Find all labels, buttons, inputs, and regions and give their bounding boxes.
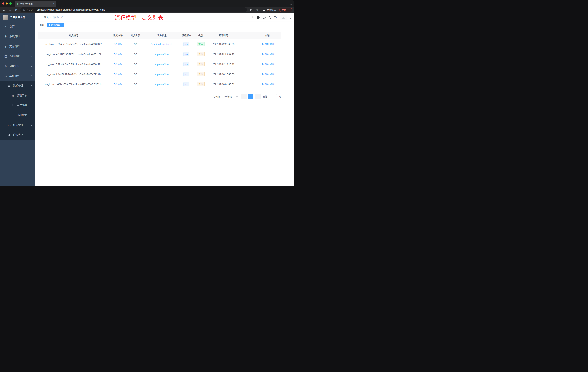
assign-rule-link[interactable]: 分配规则 [262,73,274,76]
sidebar-item-devtools[interactable]: ✎ 研发工具 [0,61,35,71]
definition-name-link[interactable]: OA 请假 [114,53,122,55]
send-icon: ✈ [11,114,15,117]
deploy-time: 2022-01-22 20:34:10 [208,49,239,59]
spacer-cell [239,59,255,69]
url-text[interactable]: dashboard.yudao.iocoder.cn/bpm/manager/d… [37,9,105,11]
page-size-select[interactable]: 10条/页 [222,94,239,99]
next-page-button[interactable]: › [255,94,261,99]
goto-page-input[interactable] [269,94,277,99]
tag-process-definition[interactable]: 流程定义 × [47,22,64,27]
hamburger-icon[interactable]: ☰ [38,15,41,19]
avatar-caret-icon[interactable] [290,18,292,19]
sidebar-item-payment[interactable]: ¥ 支付管理 [0,42,35,51]
person-icon [262,73,264,75]
forward-icon[interactable]: → [8,8,12,11]
col-deploy-time: 部署时间 [208,32,239,39]
zoom-window-button[interactable] [10,2,12,5]
app: 芋道管理系统 ◔ 首页 ⚙ 系统管理 ¥ 支付管理 ▤ 基础设施 [0,13,294,186]
version-tag: v5 [183,42,189,46]
definition-id: oa_leave:4:991f2193-7b7f-11ec-a3c8-acde4… [38,49,109,59]
brand: 芋道管理系统 [0,13,35,22]
breadcrumb-current: 流程定义 [53,16,63,19]
col-spacer [239,32,255,39]
tags-view: 首页 流程定义 × [35,22,294,28]
deploy-time: 2022-01-16 17:46:53 [208,69,239,79]
definition-name-link[interactable]: OA 请假 [114,73,122,76]
password-key-icon[interactable] [249,9,254,11]
tab-close-icon[interactable]: × [53,2,54,5]
assign-rule-link[interactable]: 分配规则 [262,43,274,46]
close-window-button[interactable] [2,2,4,5]
incognito-badge: 无痕模式 [261,8,278,11]
sidebar-item-task-management[interactable]: ▭ 任务管理 [0,120,35,130]
sidebar-item-leave-query[interactable]: 请假查询 [0,130,35,140]
sidebar-item-workflow[interactable]: ☷ 工作流程 [0,71,35,81]
help-icon[interactable]: ? [263,16,266,19]
chevron-down-icon [31,45,32,47]
chevron-down-icon [31,35,32,37]
spacer-cell [239,39,255,49]
sidebar-item-process-form[interactable]: ▦ 流程表单 [0,91,35,100]
tab-strip: 芋道管理系统 × + [0,0,294,7]
tag-home[interactable]: 首页 [38,22,46,27]
address-bar[interactable]: ⚠ 不安全 dashboard.yudao.iocoder.cn/bpm/man… [20,8,247,12]
definition-category: OA [127,39,144,49]
col-action: 操作 [255,32,281,39]
back-icon[interactable]: ← [2,8,7,11]
refresh-icon[interactable]: ↻ [13,8,18,11]
browser-menu-icon[interactable]: ⋮ [288,9,290,11]
form-link[interactable]: /bpm/oa/flow [155,63,169,66]
sidebar-item-user-group[interactable]: 用户分组 [0,100,35,110]
breadcrumb-home[interactable]: 首页 [44,16,49,19]
version-tag: v3 [183,62,189,66]
form-link[interactable]: /bpm/oa/flow [155,53,169,55]
browser-window: 芋道管理系统 × + ← → ↻ ⚠ 不安全 dashboard.yudao.i… [0,0,294,186]
assign-rule-link[interactable]: 分配规则 [262,53,274,56]
definition-category: OA [127,69,144,79]
minimize-window-button[interactable] [6,2,8,5]
table-row: oa_leave:1:482ec033-762a-11ec-8477-a2380… [38,79,281,89]
form-link[interactable]: /bpm/oa/leave/create [151,43,173,45]
definition-id: oa_leave:5:004b710b-7b8a-11ec-8ef0-acde4… [38,39,109,49]
definition-id: oa_leave:3:1fad3d93-7b75-11ec-a3c8-acde4… [38,59,109,69]
goto-unit: 页 [279,95,281,98]
search-icon[interactable] [251,16,253,19]
status-badge: 挂起 [197,82,205,87]
incognito-spy-icon [262,9,265,11]
person-icon [8,133,11,136]
col-form-info: 表单信息 [144,32,179,39]
fullscreen-icon[interactable] [269,16,271,19]
page-number-button[interactable]: 1 [248,94,253,99]
update-chrome-button[interactable]: 更新 ⋮ [279,8,292,12]
bookmark-star-icon[interactable]: ☆ [255,8,260,11]
version-tag: v4 [183,52,189,56]
github-icon[interactable] [257,16,260,19]
assign-rule-link[interactable]: 分配规则 [262,83,274,86]
sidebar-item-infrastructure[interactable]: ▤ 基础设施 [0,51,35,61]
browser-tab[interactable]: 芋道管理系统 × [15,1,56,7]
sidebar-item-system[interactable]: ⚙ 系统管理 [0,32,35,42]
security-warning-icon[interactable]: ⚠ [23,9,25,11]
pagination: 共 5 条 10条/页 ‹ 1 › 前往 页 [38,94,281,99]
sidebar-item-process-model[interactable]: ✈ 流程模型 [0,110,35,120]
font-size-icon[interactable] [274,16,277,19]
definition-name-link[interactable]: OA 请假 [114,83,122,86]
chevron-up-icon [31,85,32,87]
form-link[interactable]: /bpm/oa/flow [155,83,169,86]
assign-rule-link[interactable]: 分配规则 [262,63,274,66]
tab-search-icon[interactable] [290,2,292,6]
sidebar-item-process-management[interactable]: ☰ 流程管理 [0,81,35,91]
definition-table: 定义编号 定义名称 定义分类 表单信息 流程版本 状态 部署时间 操作 [38,32,281,89]
tag-close-icon[interactable]: × [61,24,62,26]
sidebar-item-home[interactable]: ◔ 首页 [0,22,35,32]
tools-icon: ✎ [4,65,7,68]
definition-name-link[interactable]: OA 请假 [114,63,122,66]
form-link[interactable]: /bpm/oa/flow [155,73,169,76]
definition-name-link[interactable]: OA 请假 [114,43,122,45]
breadcrumb-separator: / [50,16,51,19]
new-tab-button[interactable]: + [56,1,62,7]
table-row: oa_leave:2:3c1f0ef1-76b1-11ec-9c66-a2380… [38,69,281,79]
user-avatar[interactable] [280,15,287,20]
workflow-icon: ☷ [4,74,7,77]
prev-page-button[interactable]: ‹ [241,94,247,99]
